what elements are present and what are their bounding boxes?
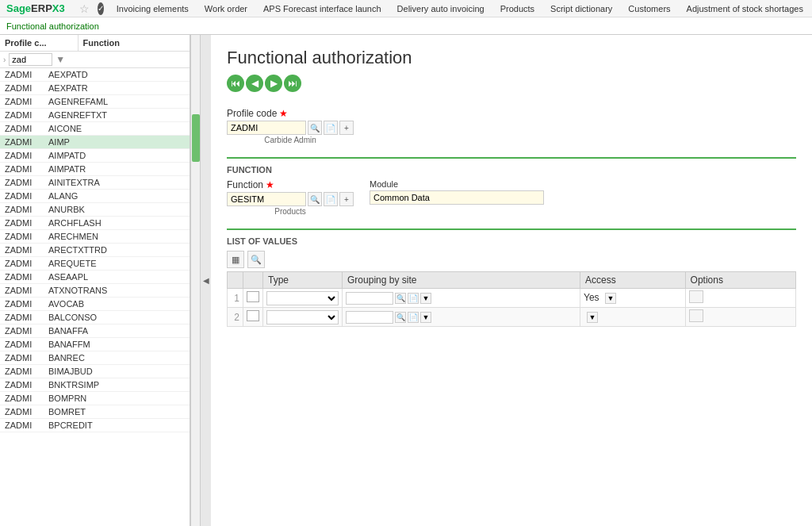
list-item[interactable]: ZADMIASEAAPL [0,271,190,284]
row-checkbox-cell[interactable] [243,289,263,308]
list-item[interactable]: ZADMIBALCONSO [0,311,190,324]
list-item[interactable]: ZADMIBOMRET [0,405,190,419]
list-item[interactable]: ZADMIARCHFLASH [0,217,190,230]
nav-item-invoicing[interactable]: Invoicing elements [109,2,197,15]
list-item[interactable]: ZADMIAIMPATD [0,149,190,163]
values-table: Type Grouping by site Access Options 1 🔍… [227,271,796,327]
access-dropdown-btn[interactable]: ▼ [605,293,616,304]
row-type-cell[interactable] [263,308,343,327]
list-item[interactable]: ZADMIATXNOTRANS [0,284,190,298]
list-item[interactable]: ZADMIARECHMEN [0,230,190,244]
col-grouping-header: Grouping by site [343,272,580,289]
list-item[interactable]: ZADMIBNKTRSIMP [0,378,190,392]
list-item[interactable]: ZADMIAEXPATD [0,68,190,82]
favorite-icon[interactable]: ☆ [79,2,90,15]
list-col-function: BANREC [48,353,185,363]
profile-code-row: Profile code ★ 🔍 📄 + Carbide Admin [227,108,796,144]
list-item[interactable]: ZADMIAEXPATR [0,82,190,95]
filter-icon[interactable]: ▼ [56,54,65,65]
nav-item-work-order[interactable]: Work order [197,2,255,15]
list-item[interactable]: ZADMIAGENREFAML [0,95,190,109]
grouping-detail-btn[interactable]: 📄 [408,312,419,323]
row-grouping-cell[interactable]: 🔍 📄 ▼ [343,289,580,308]
table-grid-button[interactable]: ▦ [227,251,244,268]
list-item[interactable]: ZADMIBANREC [0,351,190,365]
prev-record-button[interactable]: ◀ [246,75,263,92]
list-item[interactable]: ZADMIAIMP [0,136,190,149]
list-item[interactable]: ZADMIARECTXTTRD [0,244,190,257]
nav-item-products[interactable]: Products [492,2,542,15]
list-item[interactable]: ZADMIBANAFFM [0,338,190,351]
nav-item-script[interactable]: Script dictionary [542,2,620,15]
list-item[interactable]: ZADMIAGENREFTXT [0,109,190,122]
list-item[interactable]: ZADMIAIMPATR [0,163,190,176]
list-col-profile: ZADMI [5,367,48,376]
list-item[interactable]: ZADMIBIMAJBUD [0,365,190,378]
col-type-header: Type [263,272,343,289]
profile-code-extra-button[interactable]: + [339,121,354,135]
scroll-thumb[interactable] [192,114,200,162]
module-input[interactable] [370,190,544,205]
profile-code-input-row: 🔍 📄 + [227,121,354,135]
breadcrumb-link[interactable]: Functional authorization [6,21,99,31]
type-select[interactable] [266,310,339,324]
grouping-dropdown-btn[interactable]: ▼ [420,293,431,304]
grouping-search-btn[interactable]: 🔍 [395,293,406,304]
type-select[interactable] [266,291,339,305]
right-content: Functional authorization ⏮ ◀ ▶ ⏭ Profile… [211,35,812,526]
function-extra-button[interactable]: + [339,192,354,206]
list-item[interactable]: ZADMIAICONE [0,122,190,136]
row-type-cell[interactable] [263,289,343,308]
last-record-button[interactable]: ⏭ [284,75,301,92]
nav-item-adjustment[interactable]: Adjustment of stock shortages [679,2,811,15]
next-record-button[interactable]: ▶ [265,75,282,92]
list-item[interactable]: ZADMIAVOCAB [0,298,190,311]
grouping-input[interactable] [346,311,393,324]
list-item[interactable]: ZADMIBANAFFA [0,324,190,338]
list-item[interactable]: ZADMIBPCREDIT [0,419,190,432]
first-record-button[interactable]: ⏮ [227,75,244,92]
list-item[interactable]: ZADMIBOMPRN [0,392,190,405]
list-item[interactable]: ZADMIANURBK [0,203,190,217]
options-widget[interactable] [689,309,703,322]
function-search-button[interactable]: 🔍 [308,192,322,206]
function-row: Function ★ 🔍 📄 + Products Module [227,179,796,216]
list-col-profile: ZADMI [5,178,48,187]
scroll-track[interactable] [190,35,200,526]
collapse-panel-button[interactable]: ◀ [200,35,211,526]
row-grouping-cell[interactable]: 🔍 📄 ▼ [343,308,580,327]
options-widget[interactable] [689,290,703,303]
profile-code-input[interactable] [227,121,306,135]
list-col-function: BANAFFA [48,326,185,336]
row-access-cell[interactable]: Yes ▼ [580,289,686,308]
list-item[interactable]: ZADMIAREQUETE [0,257,190,271]
list-col-function: BALCONSO [48,313,185,322]
grouping-detail-btn[interactable]: 📄 [408,293,419,304]
nav-item-delivery[interactable]: Delivery auto invoicing [389,2,492,15]
row-checkbox-cell[interactable] [243,308,263,327]
list-item[interactable]: ZADMIALANG [0,190,190,203]
grouping-input[interactable] [346,292,393,305]
profile-code-search-button[interactable]: 🔍 [308,121,322,135]
search-input[interactable] [9,53,52,66]
grouping-search-btn[interactable]: 🔍 [395,312,406,323]
row-options-cell[interactable] [685,308,795,327]
left-panel: Profile c... Function › ▼ ZADMIAEXPATDZA… [0,35,190,526]
list-item[interactable]: ZADMIAINITEXTRA [0,176,190,190]
nav-item-customers[interactable]: Customers [620,2,678,15]
row-access-cell[interactable]: ▼ [580,308,686,327]
check-icon[interactable]: ✓ [98,2,104,15]
list-col-function: AREQUETE [48,259,185,268]
table-search-button[interactable]: 🔍 [247,251,265,268]
function-input[interactable] [227,192,306,206]
access-dropdown-btn[interactable]: ▼ [587,312,598,323]
grouping-dropdown-btn[interactable]: ▼ [420,312,431,323]
function-detail-button[interactable]: 📄 [324,192,338,206]
nav-item-aps-forecast[interactable]: APS Forecast interface launch [255,2,389,15]
list-col-profile: ZADMI [5,191,48,201]
profile-code-detail-button[interactable]: 📄 [324,121,338,135]
list-col-function: BANAFFM [48,340,185,349]
list-col-profile: ZADMI [5,83,48,93]
row-options-cell[interactable] [685,289,795,308]
list-col-function: AICONE [48,124,185,133]
